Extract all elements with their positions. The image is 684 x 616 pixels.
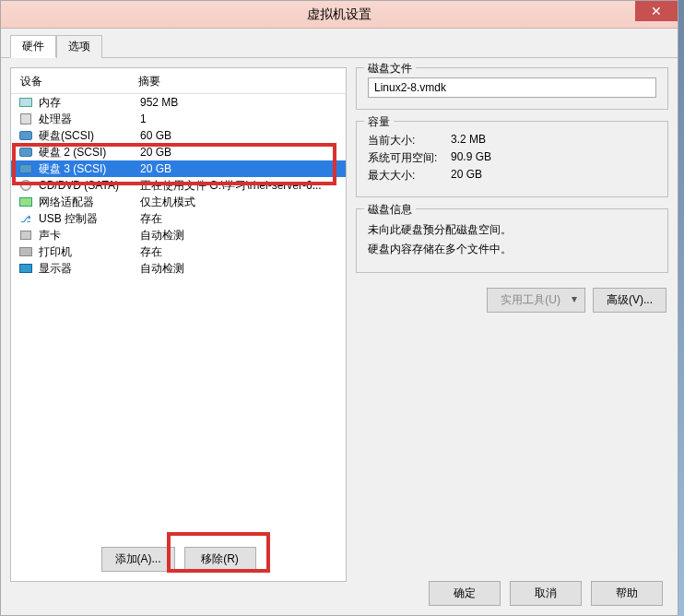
device-row[interactable]: 打印机存在 [11,243,346,260]
capacity-group: 容量 当前大小: 3.2 MB 系统可用空间: 90.9 GB 最大大小: 20… [356,121,668,197]
right-buttons: 实用工具(U) 高级(V)... [356,288,668,313]
disk-info-group-label: 磁盘信息 [364,202,416,218]
device-name: 网络适配器 [39,195,140,210]
close-icon: ✕ [651,4,662,18]
hdd-icon [18,129,33,142]
device-name: 打印机 [39,244,140,260]
cd-icon [18,179,33,192]
mem-icon [18,96,33,109]
free-space-value: 90.9 GB [451,150,656,166]
cancel-button[interactable]: 取消 [510,581,582,606]
device-list-panel: 设备 摘要 内存952 MB处理器1硬盘(SCSI)60 GB硬盘 2 (SCS… [10,67,347,582]
disk-file-input[interactable] [368,77,656,98]
device-name: 硬盘(SCSI) [39,128,140,144]
device-name: 硬盘 3 (SCSI) [39,161,140,177]
device-summary: 正在使用文件 G:\学习\rhel-server-6... [140,178,346,194]
disk-info-group: 磁盘信息 未向此硬盘预分配磁盘空间。 硬盘内容存储在多个文件中。 [356,208,668,273]
footer-buttons: 确定 取消 帮助 [429,581,663,606]
right-panel: 磁盘文件 容量 当前大小: 3.2 MB 系统可用空间: 90.9 GB 最大大… [356,67,668,582]
device-row[interactable]: 处理器1 [11,111,346,127]
disk-info-line1: 未向此硬盘预分配磁盘空间。 [368,222,656,238]
capacity-group-label: 容量 [364,114,394,130]
device-row[interactable]: ⎇USB 控制器存在 [11,210,346,227]
device-list-header: 设备 摘要 [11,68,346,94]
tab-hardware[interactable]: 硬件 [10,35,56,58]
advanced-button[interactable]: 高级(V)... [593,288,666,313]
free-space-label: 系统可用空间: [368,150,451,166]
device-name: 声卡 [39,228,140,243]
header-device: 设备 [20,74,138,89]
device-name: USB 控制器 [39,211,140,227]
snd-icon [18,229,33,242]
utilities-button[interactable]: 实用工具(U) [487,288,585,313]
device-summary: 自动检测 [140,261,346,277]
titlebar: 虚拟机设置 ✕ [1,1,678,29]
device-summary: 自动检测 [140,228,346,243]
usb-icon: ⎇ [18,212,33,225]
max-size-label: 最大大小: [368,168,451,184]
help-button[interactable]: 帮助 [591,581,663,606]
current-size-label: 当前大小: [368,133,451,148]
device-summary: 952 MB [140,96,346,109]
max-size-value: 20 GB [451,168,656,184]
add-button[interactable]: 添加(A)... [101,547,175,572]
tabs: 硬件 选项 [1,29,678,58]
device-row[interactable]: 网络适配器仅主机模式 [11,194,346,210]
disk-info-line2: 硬盘内容存储在多个文件中。 [368,242,656,257]
device-buttons: 添加(A)... 移除(R) [11,547,346,572]
device-row[interactable]: 硬盘(SCSI)60 GB [11,127,346,144]
dsp-icon [18,262,33,275]
vm-settings-window: 虚拟机设置 ✕ 硬件 选项 设备 摘要 内存952 MB处理器1硬盘(SCSI)… [0,0,678,616]
header-summary: 摘要 [138,74,346,89]
ok-button[interactable]: 确定 [429,581,501,606]
close-button[interactable]: ✕ [635,1,678,21]
disk-file-group: 磁盘文件 [356,67,668,110]
device-summary: 仅主机模式 [140,195,346,210]
device-summary: 存在 [140,244,346,260]
current-size-value: 3.2 MB [451,133,656,148]
device-row[interactable]: 内存952 MB [11,94,346,111]
net-icon [18,195,33,208]
device-row[interactable]: 显示器自动检测 [11,260,346,277]
device-summary: 存在 [140,211,346,227]
device-row[interactable]: CD/DVD (SATA)正在使用文件 G:\学习\rhel-server-6.… [11,177,346,194]
device-summary: 20 GB [140,162,346,175]
device-summary: 1 [140,113,346,125]
device-row[interactable]: 声卡自动检测 [11,227,346,243]
device-summary: 60 GB [140,129,346,142]
device-row[interactable]: 硬盘 2 (SCSI)20 GB [11,144,346,160]
device-name: 处理器 [39,112,140,127]
device-name: 硬盘 2 (SCSI) [39,145,140,160]
prn-icon [18,245,33,258]
device-row[interactable]: 硬盘 3 (SCSI)20 GB [11,160,346,177]
disk-file-group-label: 磁盘文件 [364,61,416,77]
device-name: 内存 [39,95,140,111]
device-name: 显示器 [39,261,140,277]
remove-button[interactable]: 移除(R) [184,547,256,572]
window-title: 虚拟机设置 [307,6,371,23]
device-summary: 20 GB [140,146,346,159]
hdd-icon [18,162,33,175]
device-name: CD/DVD (SATA) [39,179,140,192]
body: 设备 摘要 内存952 MB处理器1硬盘(SCSI)60 GB硬盘 2 (SCS… [1,58,678,591]
device-list[interactable]: 内存952 MB处理器1硬盘(SCSI)60 GB硬盘 2 (SCSI)20 G… [11,94,346,581]
cpu-icon [18,113,33,125]
tab-options[interactable]: 选项 [56,35,102,58]
hdd-icon [18,146,33,159]
background-strip [678,0,684,616]
